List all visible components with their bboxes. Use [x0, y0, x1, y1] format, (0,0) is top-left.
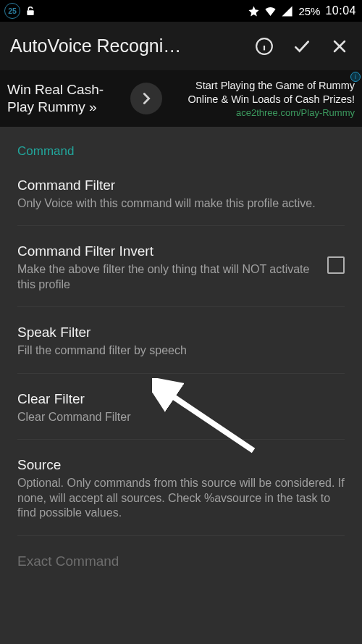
star-icon	[248, 5, 260, 17]
app-header: AutoVoice Recogni…	[0, 22, 362, 70]
ad-banner[interactable]: Win Real Cash-Play Rummy » Start Playing…	[0, 70, 362, 127]
row-sub: Clear Command Filter	[17, 410, 345, 425]
battery-level: 25%	[298, 5, 320, 17]
status-left: 25	[4, 3, 36, 19]
row-title: Clear Filter	[17, 391, 345, 407]
wifi-icon	[264, 5, 277, 17]
row-sub: Make the above filter the only thing tha…	[17, 262, 316, 292]
row-command-filter[interactable]: Command Filter Only Voice with this comm…	[17, 177, 345, 226]
content: Command Command Filter Only Voice with t…	[0, 127, 362, 587]
row-sub: Fill the command filter by speech	[17, 343, 345, 358]
page-title: AutoVoice Recogni…	[10, 35, 255, 57]
unlock-icon	[25, 5, 36, 17]
row-title: Command Filter Invert	[17, 243, 316, 259]
row-title: Source	[17, 457, 345, 473]
row-sub: Optional. Only commands from this source…	[17, 476, 345, 520]
ad-arrow-icon	[130, 83, 162, 114]
checkbox[interactable]	[327, 256, 345, 274]
ad-left: Win Real Cash-Play Rummy »	[7, 81, 126, 116]
notification-badge: 25	[4, 3, 20, 19]
row-title: Command Filter	[17, 177, 345, 193]
row-sub: Only Voice with this command will make t…	[17, 196, 345, 211]
row-source[interactable]: Source Optional. Only commands from this…	[17, 457, 345, 535]
header-actions	[255, 37, 349, 56]
clock: 10:04	[325, 4, 356, 17]
confirm-icon[interactable]	[292, 37, 311, 56]
row-exact-command[interactable]: Exact Command	[17, 553, 345, 587]
row-command-filter-invert[interactable]: Command Filter Invert Make the above fil…	[17, 243, 345, 307]
status-bar: 25 25% 10:04	[0, 0, 362, 22]
svg-rect-0	[27, 10, 33, 15]
row-title: Speak Filter	[17, 325, 345, 340]
status-right: 25% 10:04	[248, 4, 356, 17]
ad-body: Start Playing the Game of RummyOnline & …	[167, 79, 355, 105]
section-header-command: Command	[17, 144, 345, 159]
row-clear-filter[interactable]: Clear Filter Clear Command Filter	[17, 391, 345, 440]
ad-info-icon[interactable]: i	[350, 72, 361, 82]
close-icon[interactable]	[330, 37, 349, 56]
ad-link-text: ace2three.com/Play-Rummy	[167, 107, 355, 118]
row-speak-filter[interactable]: Speak Filter Fill the command filter by …	[17, 325, 345, 373]
info-icon[interactable]	[255, 37, 274, 56]
ad-headline: Win Real Cash-Play Rummy »	[7, 81, 126, 116]
row-title: Exact Command	[17, 553, 345, 569]
ad-right: Start Playing the Game of RummyOnline & …	[162, 79, 355, 117]
signal-icon	[281, 5, 293, 17]
